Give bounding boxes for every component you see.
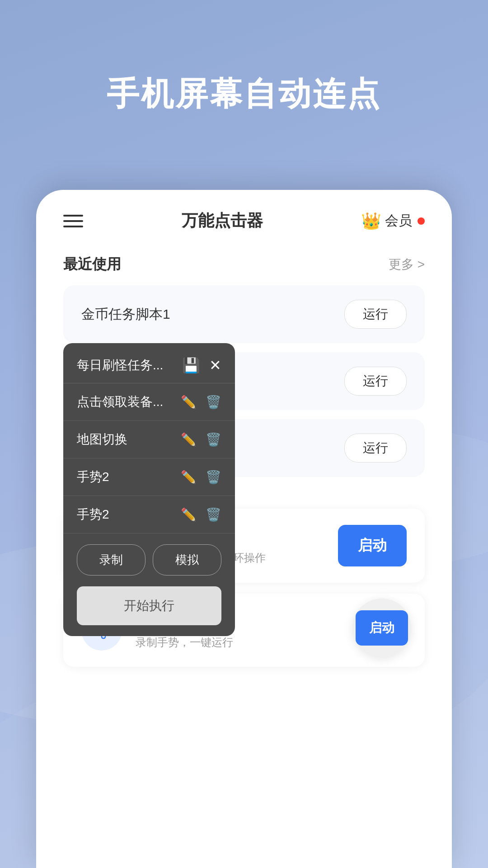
clicker-start-button[interactable]: 启动 [338, 525, 407, 566]
top-bar: 万能点击器 👑 会员 [36, 190, 452, 245]
recorder-desc: 录制手势，一键运行 [136, 635, 348, 650]
vip-badge[interactable]: 👑 会员 [361, 212, 425, 231]
context-menu-item-3: 手势2 ✏️ 🗑️ [63, 458, 235, 496]
delete-icon-1[interactable]: 🗑️ [206, 395, 221, 410]
execute-button[interactable]: 开始执行 [77, 586, 221, 625]
run-button-2[interactable]: 运行 [344, 367, 407, 396]
app-title: 万能点击器 [182, 210, 263, 232]
float-circle: 启动 [352, 599, 411, 657]
page-title: 手机屏幕自动连点 [0, 72, 488, 116]
script-item-1: 金币任务脚本1 运行 [63, 285, 425, 343]
menu-button[interactable] [63, 215, 83, 227]
recent-section-header: 最近使用 更多 > [36, 245, 452, 285]
script-list: 金币任务脚本1 运行 日常副本挂机 运行 自动循环操作2 运行 每日刷怪任务..… [36, 285, 452, 477]
script-name-1: 金币任务脚本1 [81, 305, 170, 324]
context-menu-item-name-4: 手势2 [77, 506, 109, 523]
phone-card: 万能点击器 👑 会员 最近使用 更多 > 金币任务脚本1 运行 日常副本挂机 运… [36, 190, 452, 868]
edit-icon-4[interactable]: ✏️ [181, 507, 197, 522]
context-menu-item-1-icons: ✏️ 🗑️ [181, 395, 221, 410]
edit-icon-1[interactable]: ✏️ [181, 395, 197, 410]
run-button-3[interactable]: 运行 [344, 434, 407, 462]
delete-icon-4[interactable]: 🗑️ [206, 507, 221, 522]
context-menu-item-4-icons: ✏️ 🗑️ [181, 507, 221, 522]
context-menu-buttons: 录制 模拟 [63, 533, 235, 586]
save-icon[interactable]: 💾 [182, 357, 200, 374]
delete-icon-3[interactable]: 🗑️ [206, 470, 221, 485]
delete-icon-2[interactable]: 🗑️ [206, 432, 221, 447]
edit-icon-2[interactable]: ✏️ [181, 432, 197, 447]
vip-label: 会员 [385, 212, 412, 230]
recent-section-title: 最近使用 [63, 255, 121, 274]
context-menu-item-3-icons: ✏️ 🗑️ [181, 470, 221, 485]
context-menu-item-4: 手势2 ✏️ 🗑️ [63, 496, 235, 533]
context-menu: 每日刷怪任务... 💾 ✕ 点击领取装备... ✏️ 🗑️ [63, 343, 235, 636]
context-menu-header-actions: 💾 ✕ [182, 357, 221, 374]
context-menu-item-2: 地图切换 ✏️ 🗑️ [63, 421, 235, 458]
simulate-button[interactable]: 模拟 [153, 544, 221, 576]
context-menu-item-1: 点击领取装备... ✏️ 🗑️ [63, 383, 235, 421]
vip-dot [418, 217, 425, 225]
record-button[interactable]: 录制 [77, 544, 145, 576]
edit-icon-3[interactable]: ✏️ [181, 470, 197, 485]
context-menu-item-name-2: 地图切换 [77, 431, 127, 448]
crown-icon: 👑 [361, 212, 381, 231]
run-button-1[interactable]: 运行 [344, 300, 407, 329]
context-menu-item-name-1: 点击领取装备... [77, 393, 163, 410]
context-menu-title: 每日刷怪任务... [77, 357, 163, 374]
context-menu-item-name-3: 手势2 [77, 468, 109, 486]
recorder-start-button[interactable]: 启动 [356, 610, 408, 646]
context-menu-item-2-icons: ✏️ 🗑️ [181, 432, 221, 447]
more-link[interactable]: 更多 > [389, 256, 425, 273]
context-menu-header: 每日刷怪任务... 💾 ✕ [63, 352, 235, 383]
close-icon[interactable]: ✕ [209, 357, 221, 374]
